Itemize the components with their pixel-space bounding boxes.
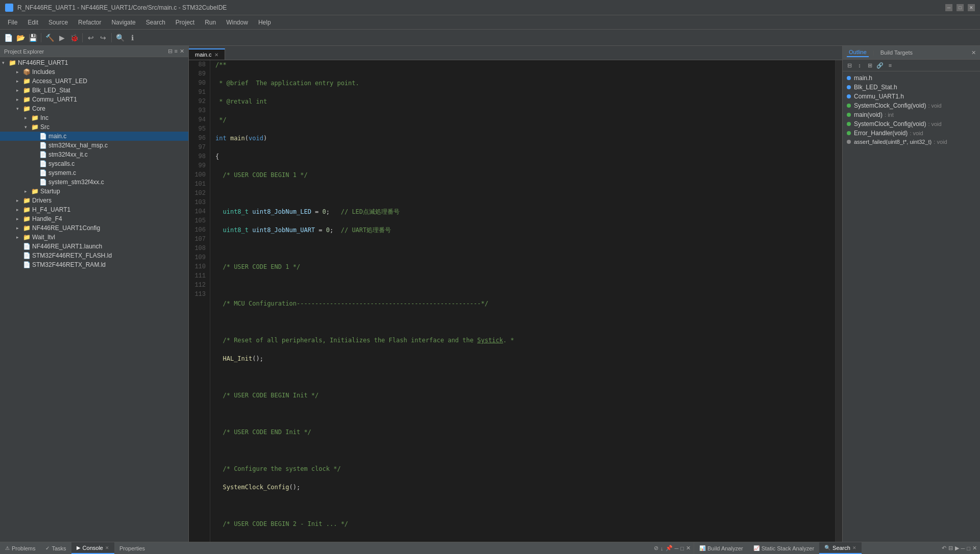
menu-search[interactable]: Search xyxy=(141,17,170,28)
search-close-btn[interactable]: ✕ xyxy=(972,545,977,551)
tree-item-startup[interactable]: ▸ 📁 Startup xyxy=(0,187,188,196)
editor-scrollbar[interactable] xyxy=(835,60,842,542)
toolbar-search[interactable]: 🔍 xyxy=(114,32,126,43)
tree-item-root[interactable]: ▾ 📁 NF446RE_UART1 xyxy=(0,58,188,67)
outline-item-commu-uart1-h[interactable]: Commu_UART1.h xyxy=(843,92,980,101)
tree-item-access-uart-led[interactable]: ▸ 📁 Access_UART_LED xyxy=(0,77,188,86)
tree-item-launch[interactable]: ▸ 📄 NF446RE_UART1.launch xyxy=(0,242,188,251)
tab-console[interactable]: ▶ Console ✕ xyxy=(71,542,114,554)
maximize-button[interactable]: □ xyxy=(957,4,964,11)
tree-arrow-blk: ▸ xyxy=(16,88,22,93)
toolbar-save[interactable]: 💾 xyxy=(27,32,38,43)
minimize-button[interactable]: ─ xyxy=(945,4,952,11)
outline-item-blk-led-h[interactable]: Blk_LED_Stat.h xyxy=(843,83,980,92)
outline-link-btn[interactable]: 🔗 xyxy=(875,61,885,70)
tree-item-src[interactable]: ▾ 📁 Src xyxy=(0,122,188,132)
tree-item-includes[interactable]: ▸ 📦 Includes xyxy=(0,67,188,77)
editor-tab-bar: main.c ✕ xyxy=(189,46,842,60)
tab-search[interactable]: 🔍 Search ✕ xyxy=(819,542,862,554)
menu-source[interactable]: Source xyxy=(43,17,73,28)
search-max-btn[interactable]: □ xyxy=(967,545,970,551)
outline-label-error-handler: Error_Handler(void) xyxy=(854,130,908,137)
toolbar-open[interactable]: 📂 xyxy=(15,32,26,43)
outline-close[interactable]: ✕ xyxy=(971,49,976,56)
tree-item-wait-ltvl[interactable]: ▸ 📁 Wait_ltvl xyxy=(0,233,188,242)
tab-properties[interactable]: Properties xyxy=(114,542,150,554)
tree-label-inc: Inc xyxy=(40,114,48,121)
console-clear-btn[interactable]: ⊘ xyxy=(654,545,658,551)
outline-sort-btn[interactable]: ↕ xyxy=(855,61,864,70)
console-pin-btn[interactable]: 📌 xyxy=(666,545,673,551)
search-min-btn[interactable]: ─ xyxy=(961,545,965,551)
console-close-icon[interactable]: ✕ xyxy=(105,545,109,550)
search-close-icon[interactable]: ✕ xyxy=(852,545,856,550)
code-scroll[interactable]: 88 89 90 91 92 93 94 95 96 97 98 99 100 … xyxy=(189,60,842,542)
search-btn3[interactable]: ▶ xyxy=(955,545,959,551)
outline-item-sysclock[interactable]: SystemClock_Config(void) : void xyxy=(843,101,980,110)
sidebar-collapse-icon[interactable]: ⊟ xyxy=(168,48,173,55)
tree-item-ram-ld[interactable]: ▸ 📄 STM32F446RETX_RAM.ld xyxy=(0,260,188,269)
tab-problems[interactable]: ⚠ Problems xyxy=(0,542,40,554)
search-btn1[interactable]: ↶ xyxy=(942,545,946,551)
outline-item-assert-failed[interactable]: assert_failed(uint8_t*, uint32_t) : void xyxy=(843,138,980,146)
menu-refactor[interactable]: Refactor xyxy=(73,17,106,28)
console-max-btn[interactable]: □ xyxy=(680,545,684,551)
outline-collapse-btn[interactable]: ⊟ xyxy=(845,61,854,70)
tree-item-system-stm32[interactable]: ▸ 📄 system_stm32f4xx.c xyxy=(0,178,188,187)
tree-label-root: NF446RE_UART1 xyxy=(18,59,68,66)
toolbar-undo[interactable]: ↩ xyxy=(85,32,96,43)
outline-content: main.h Blk_LED_Stat.h Commu_UART1.h Syst… xyxy=(843,71,980,542)
menu-navigate[interactable]: Navigate xyxy=(106,17,140,28)
outline-filter-btn[interactable]: ⊞ xyxy=(865,61,874,70)
tree-item-it-c[interactable]: ▸ 📄 stm32f4xx_it.c xyxy=(0,150,188,159)
outline-item-main-fn[interactable]: main(void) : int xyxy=(843,110,980,119)
outline-item-main-h[interactable]: main.h xyxy=(843,73,980,83)
project-icon: 📁 xyxy=(8,59,16,67)
code-line-108: /* USER CODE END Init */ xyxy=(215,427,830,437)
toolbar-redo[interactable]: ↪ xyxy=(97,32,109,43)
toolbar-info[interactable]: ℹ xyxy=(127,32,138,43)
search-btn2[interactable]: ⊟ xyxy=(948,545,953,551)
tree-item-syscalls[interactable]: ▸ 📄 syscalls.c xyxy=(0,159,188,168)
tab-outline[interactable]: Outline xyxy=(847,48,869,57)
tree-item-nf446-config[interactable]: ▸ 📁 NF446RE_UART1Config xyxy=(0,223,188,233)
close-button[interactable]: ✕ xyxy=(968,4,975,11)
menu-file[interactable]: File xyxy=(3,17,22,28)
sidebar-menu-icon[interactable]: ≡ xyxy=(175,48,178,55)
menu-run[interactable]: Run xyxy=(200,17,221,28)
code-editor[interactable]: /** * @brief The application entry point… xyxy=(210,60,835,542)
menu-window[interactable]: Window xyxy=(221,17,253,28)
tree-item-flash-ld[interactable]: ▸ 📄 STM32F446RETX_FLASH.ld xyxy=(0,251,188,260)
menu-project[interactable]: Project xyxy=(170,17,200,28)
toolbar-debug[interactable]: 🐞 xyxy=(68,32,80,43)
tab-close-main-c[interactable]: ✕ xyxy=(214,52,218,58)
tree-item-sysmem[interactable]: ▸ 📄 sysmem.c xyxy=(0,168,188,178)
tree-item-hf4uart1[interactable]: ▸ 📁 H_F4_UART1 xyxy=(0,205,188,214)
tab-build-analyzer[interactable]: 📊 Build Analyzer xyxy=(694,542,748,554)
tab-tasks[interactable]: ✓ Tasks xyxy=(40,542,71,554)
tree-item-hal-msp[interactable]: ▸ 📄 stm32f4xx_hal_msp.c xyxy=(0,141,188,150)
editor-tab-main-c[interactable]: main.c ✕ xyxy=(189,48,225,60)
toolbar-build[interactable]: 🔨 xyxy=(44,32,55,43)
tree-item-core[interactable]: ▾ 📁 Core xyxy=(0,104,188,113)
tree-item-drivers[interactable]: ▸ 📁 Drivers xyxy=(0,196,188,205)
tab-build-targets[interactable]: Build Targets xyxy=(878,48,915,57)
sidebar-close-icon[interactable]: ✕ xyxy=(180,48,184,55)
bottom-right-panel: 📊 Build Analyzer 📈 Static Stack Analyzer… xyxy=(694,542,980,554)
toolbar-run[interactable]: ▶ xyxy=(56,32,67,43)
console-close-btn[interactable]: ✕ xyxy=(686,545,691,551)
tab-static-stack[interactable]: 📈 Static Stack Analyzer xyxy=(748,542,819,554)
tree-item-blk-led[interactable]: ▸ 📁 Blk_LED_Stat xyxy=(0,86,188,95)
tree-item-commu-uart1[interactable]: ▸ 📁 Commu_UART1 xyxy=(0,95,188,104)
console-scroll-btn[interactable]: ↓ xyxy=(660,545,664,551)
outline-item-error-handler[interactable]: Error_Handler(void) : void xyxy=(843,129,980,138)
menu-edit[interactable]: Edit xyxy=(22,17,43,28)
outline-menu-btn[interactable]: ≡ xyxy=(886,61,895,70)
menu-help[interactable]: Help xyxy=(253,17,276,28)
console-min-btn[interactable]: ─ xyxy=(675,545,679,551)
tree-item-main-c[interactable]: ▸ 📄 main.c xyxy=(0,132,188,141)
tree-item-handle-f4[interactable]: ▸ 📁 Handle_F4 xyxy=(0,214,188,223)
toolbar-new[interactable]: 📄 xyxy=(3,32,14,43)
tree-item-inc[interactable]: ▸ 📁 Inc xyxy=(0,113,188,122)
outline-item-sysclock2[interactable]: SystemClock_Config(void) : void xyxy=(843,119,980,129)
